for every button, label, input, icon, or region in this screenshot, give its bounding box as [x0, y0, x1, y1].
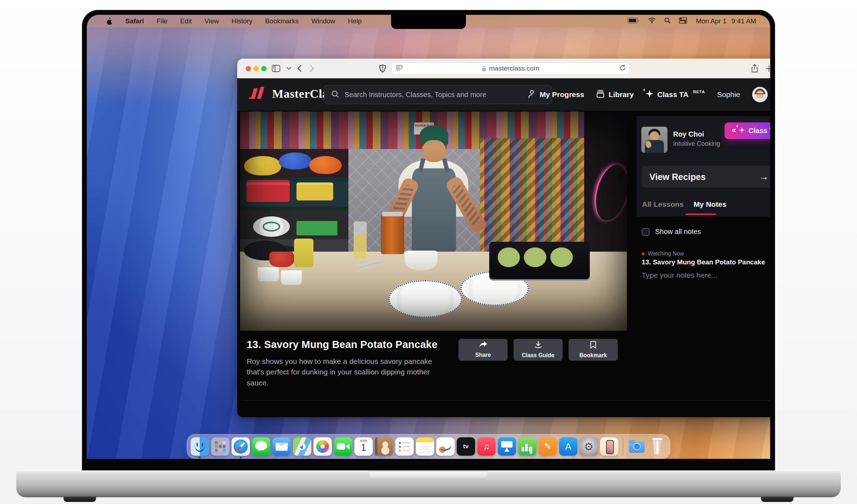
search-icon	[331, 90, 339, 99]
search-input[interactable]	[344, 91, 545, 99]
dock-icon-settings[interactable]: ⚙	[580, 437, 598, 456]
masterclass-header: MasterClass My Progress	[237, 78, 770, 111]
avatar[interactable]	[752, 87, 768, 102]
dock-icon-trash[interactable]	[648, 437, 666, 456]
window-minimize-button[interactable]	[253, 66, 259, 71]
dock-icon-pages[interactable]: ✎	[539, 437, 557, 456]
reload-icon[interactable]	[620, 65, 626, 72]
active-tab-underline	[685, 214, 716, 215]
dock-icon-freeform[interactable]	[436, 437, 455, 456]
nav-my-progress[interactable]: My Progress	[528, 90, 584, 100]
dock-icon-numbers[interactable]	[518, 437, 537, 456]
person-icon	[528, 90, 536, 100]
arrow-right-icon: →	[759, 171, 769, 182]
instructor-thumbnail[interactable]	[641, 127, 667, 153]
dock-icon-launchpad[interactable]	[211, 437, 229, 456]
menu-item[interactable]: Help	[348, 17, 362, 25]
nav-label: Library	[609, 90, 634, 99]
dock-icon-calendar[interactable]: APR 1	[354, 437, 373, 456]
privacy-shield-icon[interactable]	[378, 64, 388, 73]
menu-bar-time[interactable]: 9:41 AM	[731, 17, 756, 25]
dock-icon-messages[interactable]	[252, 437, 270, 456]
menu-item[interactable]: View	[204, 17, 219, 25]
window-zoom-button[interactable]	[261, 66, 266, 71]
video-player[interactable]: PAPER HAT	[240, 112, 627, 331]
dock-icon-tv[interactable]: tv	[457, 437, 475, 456]
menu-bar-menus: SafariFileEditViewHistoryBookmarksWindow…	[87, 17, 362, 25]
rubber-foot	[761, 497, 793, 502]
user-name: Sophie	[717, 90, 740, 99]
footer-divider	[241, 400, 770, 401]
view-recipes-button[interactable]: View Recipes →	[642, 166, 770, 188]
macbook-screen: SafariFileEditViewHistoryBookmarksWindow…	[82, 10, 775, 470]
dock-icon-safari[interactable]	[232, 437, 250, 456]
forward-icon[interactable]	[307, 64, 317, 73]
address-text: masterclass.com	[489, 65, 540, 72]
notes-input-placeholder[interactable]: Type your notes here...	[642, 271, 718, 280]
nav-label: Class TA	[657, 90, 688, 99]
beta-badge: BETA	[693, 90, 705, 94]
dock-icon-finder[interactable]	[191, 437, 209, 456]
share-button[interactable]: Share	[459, 339, 508, 361]
menu-item[interactable]: Safari	[125, 17, 144, 25]
share-arrow-icon	[479, 341, 487, 350]
window-close-button[interactable]	[246, 66, 251, 71]
apple-logo-icon[interactable]	[107, 18, 113, 25]
sparkle-icon: +	[646, 90, 653, 100]
menu-item[interactable]: History	[232, 17, 252, 25]
dock-icon-photos[interactable]	[313, 437, 332, 456]
tab-my-notes[interactable]: My Notes	[694, 200, 726, 209]
running-indicator	[240, 457, 242, 458]
show-all-notes-checkbox[interactable]	[642, 228, 649, 236]
battery-icon[interactable]	[628, 17, 640, 25]
nav-library[interactable]: Library	[596, 90, 634, 100]
bookmark-button[interactable]: Bookmark	[569, 339, 618, 361]
spotlight-search-icon[interactable]	[664, 17, 671, 25]
chevron-down-icon[interactable]	[284, 64, 294, 73]
rubber-foot	[64, 497, 96, 502]
menu-item[interactable]: Window	[311, 17, 335, 25]
dock-icon-iphone-mirroring[interactable]	[600, 437, 618, 456]
menu-bar-date[interactable]: Mon Apr 1	[696, 17, 727, 25]
dock-icon-music[interactable]: ♫	[477, 437, 496, 456]
course-title: Intuitive Cooking	[673, 140, 720, 148]
dock-icon-maps[interactable]	[293, 437, 311, 456]
share-icon[interactable]	[750, 64, 760, 73]
tab-all-lessons[interactable]: All Lessons	[642, 200, 684, 209]
sidebar-icon[interactable]	[271, 64, 281, 73]
safari-toolbar: masterclass.com	[237, 59, 770, 78]
dock-icon-keynote[interactable]	[498, 437, 516, 456]
nav-class-ta[interactable]: + Class TA BETA	[646, 90, 705, 100]
new-tab-icon[interactable]	[764, 64, 770, 73]
lesson-title: 13. Savory Mung Bean Potato Pancake	[247, 339, 450, 350]
menu-item[interactable]: Edit	[180, 17, 192, 25]
dock-icon-contacts[interactable]	[375, 437, 393, 456]
menu-item[interactable]: Bookmarks	[265, 17, 299, 25]
site-search[interactable]	[324, 85, 552, 104]
lid-opening-notch	[369, 470, 488, 480]
running-indicator	[199, 457, 201, 458]
menu-item[interactable]: File	[157, 17, 168, 25]
address-bar[interactable]: masterclass.com	[391, 62, 630, 74]
download-icon	[534, 341, 542, 350]
class-panel: Roy Choi Intuitive Cooking « + Class TA …	[636, 116, 770, 217]
control-center-icon[interactable]	[679, 17, 687, 25]
dock-icon-downloads[interactable]: ↓	[628, 437, 646, 456]
dock: APR 1	[187, 434, 670, 459]
dock-icon-facetime[interactable]	[334, 437, 352, 456]
dock-icon-reminders[interactable]	[395, 437, 414, 456]
dock-icon-mail[interactable]	[272, 437, 291, 456]
nav-label: My Progress	[540, 90, 584, 99]
dock-icon-appstore[interactable]: A	[559, 437, 577, 456]
camera-notch	[391, 15, 466, 29]
bookmark-icon	[590, 341, 596, 350]
macbook-base	[16, 470, 841, 497]
back-icon[interactable]	[294, 64, 304, 73]
library-icon	[596, 90, 605, 100]
wifi-icon[interactable]	[648, 17, 656, 25]
class-guide-button[interactable]: Class Guide	[514, 339, 563, 361]
class-ta-button[interactable]: « + Class TA	[725, 122, 770, 139]
dock-icon-notes[interactable]	[416, 437, 434, 456]
current-lesson-title: 13. Savory Mung Bean Potato Pancake	[642, 258, 765, 266]
instructor-name: Roy Choi	[673, 130, 704, 138]
